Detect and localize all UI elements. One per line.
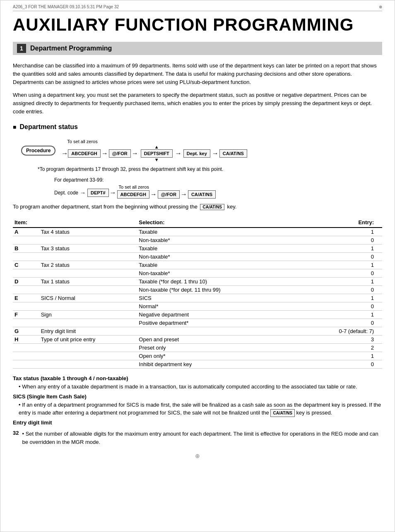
- intro-para1: Merchandise can be classified into a max…: [13, 62, 382, 86]
- table-row: GEntry digit limit0-7 (default: 7): [13, 327, 382, 335]
- table-cell-sel: Open only*: [137, 352, 308, 360]
- table-row: Non-taxable*0: [13, 236, 382, 244]
- table-row: CTax 2 statusTaxable1: [13, 261, 382, 269]
- table-cell-item: [13, 302, 39, 311]
- table-cell-entry: 2: [308, 344, 382, 352]
- table-cell-entry: 1: [308, 278, 382, 286]
- d33-abcdefgh-key: ABCDEFGH: [117, 190, 149, 199]
- table-cell-item: A: [13, 228, 39, 236]
- table-row: Non-taxable*0: [13, 269, 382, 278]
- table-cell-sel: Taxable: [137, 261, 308, 269]
- table-cell-entry: 3: [308, 335, 382, 344]
- table-cell-entry: 0: [308, 319, 382, 327]
- table-cell-sel: Taxable: [137, 228, 308, 236]
- deptshift-key: DEPTSHIFT: [141, 149, 173, 158]
- table-cell-entry: 0: [308, 269, 382, 278]
- asterisk-note: *To program departments 17 through 32, p…: [38, 166, 382, 172]
- another-dept-text: To program another department, start fro…: [13, 204, 198, 210]
- table-cell-desc: [39, 352, 137, 360]
- reg-mark-top: ⊕: [379, 5, 382, 9]
- table-cell-item: D: [13, 278, 39, 286]
- table-cell-sel: Normal*: [137, 302, 308, 311]
- dept33-area: For department 33-99: Dept. code → DEPT#…: [13, 177, 382, 199]
- table-cell-entry: 1: [308, 352, 382, 360]
- abcdefgh-key: ABCDEFGH: [68, 149, 100, 158]
- table-cell-desc: Entry digit limit: [39, 327, 137, 335]
- th-entry: Entry:: [308, 218, 382, 228]
- table-row: Inhibit department key0: [13, 360, 382, 369]
- d33-arrow3: →: [181, 191, 187, 198]
- table-cell-entry: 1: [308, 228, 382, 236]
- arrow1: →: [61, 150, 68, 157]
- table-cell-sel: Taxable (*for dept. 1 thru 10): [137, 278, 308, 286]
- intro-para2: When using a department key, you must se…: [13, 91, 382, 116]
- sics-title: SICS (Single Item Cash Sale): [13, 393, 382, 400]
- table-row: HType of unit price entryOpen and preset…: [13, 335, 382, 344]
- table-cell-desc: Sign: [39, 311, 137, 319]
- table-cell-entry: 0-7 (default: 7): [308, 327, 382, 335]
- table-row: ESICS / NormalSICS1: [13, 294, 382, 302]
- arrow3: →: [132, 150, 138, 157]
- d33-caatns-key: CA/AT/NS: [188, 190, 216, 199]
- table-cell-item: [13, 253, 39, 261]
- table-cell-desc: [39, 360, 137, 369]
- table-cell-desc: Tax 1 status: [39, 278, 137, 286]
- deptshift-down-arrow: ▼: [154, 158, 159, 162]
- deptshift-up-arrow: ▲: [154, 145, 159, 149]
- dept-code-arrow: →: [80, 189, 86, 196]
- table-cell-entry: 1: [308, 261, 382, 269]
- table-cell-entry: 0: [308, 253, 382, 261]
- sics-bullet: • If an entry of a department programmed…: [19, 401, 382, 417]
- arrow4: →: [175, 150, 182, 157]
- table-cell-sel: Open and preset: [137, 335, 308, 344]
- dept33-label: For department 33-99:: [54, 177, 216, 183]
- page-number: 32: [13, 430, 19, 436]
- table-cell-desc: [39, 319, 137, 327]
- table-cell-desc: [39, 269, 137, 278]
- table-cell-entry: 0: [308, 302, 382, 311]
- another-dept-key: CA/AT/NS: [200, 204, 224, 210]
- table-cell-entry: 0: [308, 286, 382, 294]
- table-cell-item: F: [13, 311, 39, 319]
- section-title: Department Programming: [30, 45, 112, 52]
- table-row: ATax 4 statusTaxable1: [13, 228, 382, 236]
- table-cell-sel: Non-taxable*: [137, 269, 308, 278]
- table-row: BTax 3 statusTaxable1: [13, 244, 382, 253]
- table-cell-sel: Non-taxable (*for dept. 11 thru 99): [137, 286, 308, 294]
- d33-arrow2: →: [150, 191, 157, 198]
- procedure-area: Procedure To set all zeros → ABCDEFGH → …: [13, 136, 382, 213]
- table-cell-desc: Tax 3 status: [39, 244, 137, 253]
- table-row: Positive department*0: [13, 319, 382, 327]
- table-cell-item: E: [13, 294, 39, 302]
- sics-inline-key: CA/AT/NS: [270, 409, 294, 417]
- table-cell-entry: 0: [308, 360, 382, 369]
- th-desc: [39, 218, 137, 228]
- bottom-row: 32 • Set the number of allowable digits …: [13, 430, 382, 446]
- dept-code-label: Dept. code: [54, 190, 78, 196]
- arrow5: →: [212, 150, 219, 157]
- table-row: Normal*0: [13, 302, 382, 311]
- section-header: 1 Department Programming: [13, 42, 382, 55]
- table-cell-item: G: [13, 327, 39, 335]
- table-cell-desc: [39, 236, 137, 244]
- table-cell-item: [13, 269, 39, 278]
- table-cell-sel: Positive department*: [137, 319, 308, 327]
- table-header-row: Item: Selection: Entry:: [13, 218, 382, 228]
- table-cell-desc: [39, 253, 137, 261]
- section-number: 1: [17, 44, 26, 53]
- d33-to-set-zeros: To set all zeros: [119, 185, 149, 189]
- for-key: @/FOR: [109, 149, 131, 158]
- th-selection: Selection:: [137, 218, 308, 228]
- another-dept-end: key.: [227, 204, 237, 210]
- dept-key: Dept. key: [183, 149, 210, 158]
- top-bar: A206_3 FOR THE MANAGER 09.10.16 5:31 PM …: [13, 5, 382, 11]
- arrow2: →: [101, 150, 108, 157]
- table-row: Non-taxable*0: [13, 253, 382, 261]
- table-cell-sel: Taxable: [137, 244, 308, 253]
- table-cell-item: B: [13, 244, 39, 253]
- table-row: FSignNegative department1: [13, 311, 382, 319]
- table-cell-item: C: [13, 261, 39, 269]
- to-set-zeros-note: To set all zeros: [67, 139, 97, 144]
- table-cell-desc: Tax 4 status: [39, 228, 137, 236]
- table-row: DTax 1 statusTaxable (*for dept. 1 thru …: [13, 278, 382, 286]
